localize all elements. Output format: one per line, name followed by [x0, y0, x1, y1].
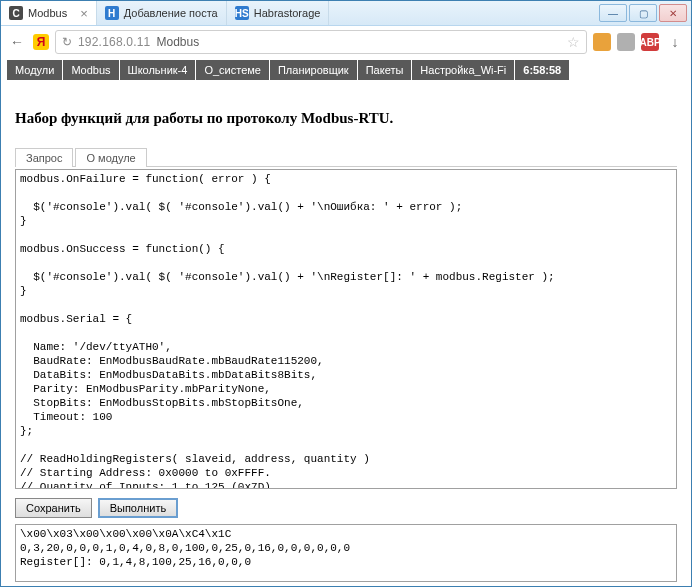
- extension-icon-1[interactable]: [617, 33, 635, 51]
- url-title: Modbus: [156, 35, 199, 49]
- favicon-1: H: [105, 6, 119, 20]
- adblock-icon[interactable]: ABP: [641, 33, 659, 51]
- menu-item-modbus[interactable]: Modbus: [63, 60, 118, 80]
- menu-item-wifi[interactable]: Настройка_Wi-Fi: [412, 60, 514, 80]
- back-button[interactable]: ←: [7, 32, 27, 52]
- save-button[interactable]: Сохранить: [15, 498, 92, 518]
- browser-tab-1[interactable]: H Добавление поста: [97, 1, 227, 25]
- menu-item-packets[interactable]: Пакеты: [358, 60, 412, 80]
- browser-tab-0[interactable]: C Modbus ×: [1, 1, 97, 25]
- console-output[interactable]: [15, 524, 677, 582]
- button-row: Сохранить Выполнить: [15, 498, 677, 518]
- browser-tab-2[interactable]: HS Habrastorage: [227, 1, 330, 25]
- address-bar: ← Я ↻ 192.168.0.11 Modbus ☆ ABP ↓: [1, 26, 691, 59]
- app-menubar: Модули Modbus Школьник-4 О_системе Плани…: [1, 58, 691, 82]
- tab-label: Modbus: [28, 7, 67, 19]
- maximize-button[interactable]: ▢: [629, 4, 657, 22]
- bookmark-star-icon[interactable]: ☆: [567, 34, 580, 50]
- favicon-2: HS: [235, 6, 249, 20]
- minimize-button[interactable]: —: [599, 4, 627, 22]
- yandex-icon[interactable]: Я: [33, 34, 49, 50]
- url-field[interactable]: ↻ 192.168.0.11 Modbus ☆: [55, 30, 587, 54]
- close-button[interactable]: ✕: [659, 4, 687, 22]
- url-host: 192.168.0.11: [78, 35, 150, 49]
- clock: 6:58:58: [515, 60, 569, 80]
- menu-item-shkolnik[interactable]: Школьник-4: [120, 60, 196, 80]
- tab-label: Добавление поста: [124, 7, 218, 19]
- tab-about-module[interactable]: О модуле: [75, 148, 146, 167]
- favicon-0: C: [9, 6, 23, 20]
- tab-request[interactable]: Запрос: [15, 148, 73, 167]
- menu-item-scheduler[interactable]: Планировщик: [270, 60, 357, 80]
- menu-item-modules[interactable]: Модули: [7, 60, 62, 80]
- window-titlebar: C Modbus × H Добавление поста HS Habrast…: [1, 1, 691, 26]
- window-controls: — ▢ ✕: [595, 1, 691, 25]
- downloads-icon[interactable]: ↓: [665, 32, 685, 52]
- reload-icon[interactable]: ↻: [62, 35, 72, 49]
- code-editor[interactable]: [15, 169, 677, 489]
- page-title: Набор функций для работы по протоколу Mo…: [15, 110, 677, 127]
- page-content: Модули Modbus Школьник-4 О_системе Плани…: [1, 58, 691, 586]
- menu-item-about[interactable]: О_системе: [196, 60, 269, 80]
- extension-icon-0[interactable]: [593, 33, 611, 51]
- run-button[interactable]: Выполнить: [98, 498, 178, 518]
- tab-label: Habrastorage: [254, 7, 321, 19]
- close-tab-icon[interactable]: ×: [80, 6, 88, 21]
- page-tabstrip: Запрос О модуле: [15, 147, 677, 167]
